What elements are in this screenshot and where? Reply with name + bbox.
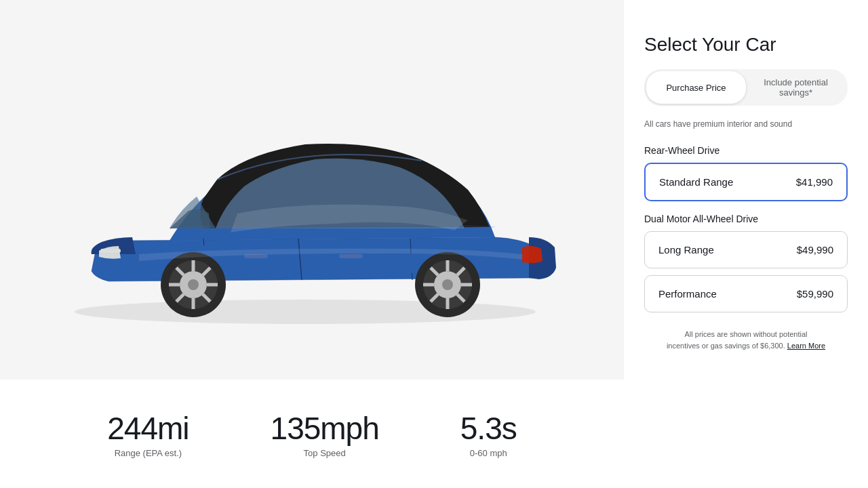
stat-speed: 135mph Top Speed: [271, 410, 379, 458]
price-toggle[interactable]: Purchase Price Include potential savings…: [644, 69, 848, 106]
car-svg: [34, 44, 590, 336]
car-image-area: [0, 0, 624, 380]
performance-name: Performance: [658, 288, 717, 300]
long-range-price: $49,990: [797, 244, 833, 256]
long-range-option[interactable]: Long Range $49,990: [644, 231, 848, 268]
svg-rect-1: [100, 249, 121, 253]
car-container: [0, 0, 624, 380]
performance-price: $59,990: [797, 288, 833, 300]
range-label: Range (EPA est.): [115, 448, 182, 458]
standard-range-option[interactable]: Standard Range $41,990: [644, 163, 848, 201]
disclaimer-line1: All prices are shown without potential: [685, 330, 808, 338]
speed-label: Top Speed: [304, 448, 346, 458]
standard-range-price: $41,990: [796, 176, 833, 188]
standard-range-name: Standard Range: [659, 176, 733, 188]
learn-more-link[interactable]: Learn More: [787, 342, 825, 350]
speed-value: 135mph: [271, 410, 379, 447]
rwd-category-label: Rear-Wheel Drive: [644, 145, 848, 156]
acceleration-value: 5.3s: [460, 410, 517, 447]
right-panel: Select Your Car Purchase Price Include p…: [624, 0, 868, 488]
stats-bar: 244mi Range (EPA est.) 135mph Top Speed …: [0, 380, 624, 488]
purchase-price-button[interactable]: Purchase Price: [646, 71, 746, 104]
range-value: 244mi: [107, 410, 189, 447]
disclaimer-text: All prices are shown without potential i…: [644, 329, 848, 351]
svg-point-22: [442, 279, 453, 290]
long-range-name: Long Range: [658, 244, 714, 256]
stat-acceleration: 5.3s 0-60 mph: [460, 410, 517, 458]
acceleration-label: 0-60 mph: [470, 448, 507, 458]
include-savings-button[interactable]: Include potential savings*: [746, 71, 846, 104]
premium-note: All cars have premium interior and sound: [644, 119, 848, 129]
svg-rect-6: [339, 254, 363, 258]
disclaimer-line2: incentives or gas savings of $6,300.: [667, 342, 785, 350]
stat-range: 244mi Range (EPA est.): [107, 410, 189, 458]
awd-category-label: Dual Motor All-Wheel Drive: [644, 214, 848, 224]
page-title: Select Your Car: [644, 34, 848, 56]
left-panel: 244mi Range (EPA est.) 135mph Top Speed …: [0, 0, 624, 488]
svg-point-10: [188, 279, 199, 290]
performance-option[interactable]: Performance $59,990: [644, 275, 848, 312]
